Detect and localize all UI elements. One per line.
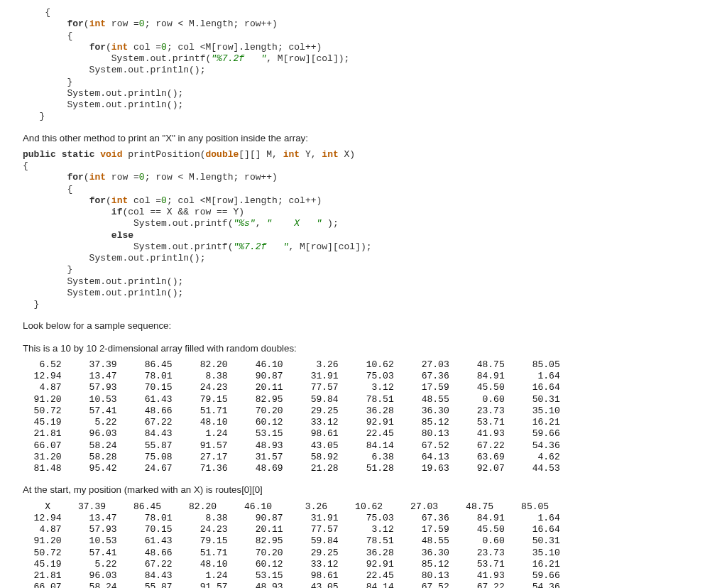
data-grid-initial: 6.52 37.39 86.45 82.20 46.10 3.26 10.62 …: [23, 359, 704, 475]
prose-look-below: Look below for a sample sequence:: [23, 319, 704, 332]
prose-array-desc: This is a 10 by 10 2-dimensional array f…: [23, 342, 704, 355]
prose-start-position: At the start, my position (marked with a…: [23, 483, 704, 496]
data-grid-marked-start: X 37.39 86.45 82.20 46.10 3.26 10.62 27.…: [23, 501, 704, 588]
prose-intro-printposition: And this other method to print an "X" in…: [23, 131, 704, 145]
code-block-printposition: public static void printPosition(double[…: [23, 149, 704, 311]
code-block-print-loop: { for(int row =0; row < M.length; row++)…: [23, 7, 704, 123]
